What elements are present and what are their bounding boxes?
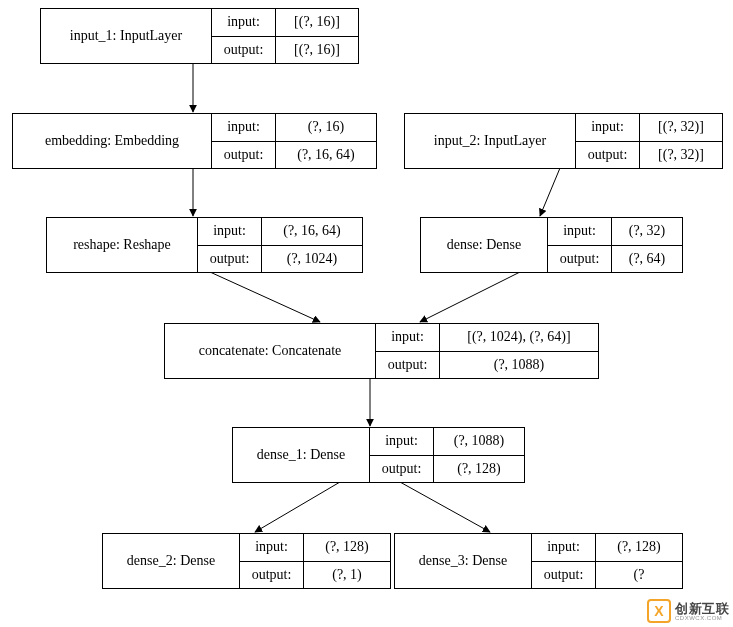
output-value: (?, 1024) [262, 246, 362, 273]
node-dense: dense: Dense input: (?, 32) output: (?, … [420, 217, 683, 273]
output-value: [(?, 16)] [276, 37, 358, 64]
input-label: input: [198, 218, 262, 245]
input-value: (?, 128) [596, 534, 682, 561]
watermark-sub: CDXWCX.COM [675, 615, 729, 621]
output-label: output: [198, 246, 262, 273]
output-value: (?, 1088) [440, 352, 598, 379]
output-value: (?, 1) [304, 562, 390, 589]
input-label: input: [576, 114, 640, 141]
node-input-1: input_1: InputLayer input: [(?, 16)] out… [40, 8, 359, 64]
input-value: (?, 1088) [434, 428, 524, 455]
layer-name: dense_3: Dense [395, 534, 532, 588]
input-label: input: [212, 9, 276, 36]
input-label: input: [548, 218, 612, 245]
output-label: output: [532, 562, 596, 589]
layer-name: reshape: Reshape [47, 218, 198, 272]
svg-line-2 [540, 168, 560, 216]
node-concatenate: concatenate: Concatenate input: [(?, 102… [164, 323, 599, 379]
watermark: X 创新互联 CDXWCX.COM [647, 599, 729, 623]
output-label: output: [212, 37, 276, 64]
layer-name: input_2: InputLayer [405, 114, 576, 168]
output-label: output: [370, 456, 434, 483]
output-label: output: [376, 352, 440, 379]
input-value: [(?, 1024), (?, 64)] [440, 324, 598, 351]
input-label: input: [212, 114, 276, 141]
svg-line-6 [255, 482, 340, 532]
input-label: input: [240, 534, 304, 561]
layer-name: dense: Dense [421, 218, 548, 272]
output-value: (?, 128) [434, 456, 524, 483]
input-value: (?, 16) [276, 114, 376, 141]
output-value: [(?, 32)] [640, 142, 722, 169]
svg-line-3 [210, 272, 320, 322]
output-value: (? [596, 562, 682, 589]
input-label: input: [376, 324, 440, 351]
output-value: (?, 16, 64) [276, 142, 376, 169]
node-embedding: embedding: Embedding input: (?, 16) outp… [12, 113, 377, 169]
watermark-icon: X [647, 599, 671, 623]
node-dense-3: dense_3: Dense input: (?, 128) output: (… [394, 533, 683, 589]
layer-name: dense_1: Dense [233, 428, 370, 482]
node-input-2: input_2: InputLayer input: [(?, 32)] out… [404, 113, 723, 169]
output-label: output: [212, 142, 276, 169]
svg-line-7 [400, 482, 490, 532]
input-value: [(?, 16)] [276, 9, 358, 36]
layer-name: concatenate: Concatenate [165, 324, 376, 378]
input-value: (?, 128) [304, 534, 390, 561]
input-label: input: [370, 428, 434, 455]
input-value: (?, 32) [612, 218, 682, 245]
output-label: output: [576, 142, 640, 169]
node-dense-1: dense_1: Dense input: (?, 1088) output: … [232, 427, 525, 483]
layer-name: embedding: Embedding [13, 114, 212, 168]
output-label: output: [548, 246, 612, 273]
svg-line-4 [420, 272, 520, 322]
node-dense-2: dense_2: Dense input: (?, 128) output: (… [102, 533, 391, 589]
output-label: output: [240, 562, 304, 589]
layer-name: input_1: InputLayer [41, 9, 212, 63]
output-value: (?, 64) [612, 246, 682, 273]
watermark-main: 创新互联 [675, 602, 729, 615]
input-value: [(?, 32)] [640, 114, 722, 141]
input-value: (?, 16, 64) [262, 218, 362, 245]
node-reshape: reshape: Reshape input: (?, 16, 64) outp… [46, 217, 363, 273]
layer-name: dense_2: Dense [103, 534, 240, 588]
input-label: input: [532, 534, 596, 561]
